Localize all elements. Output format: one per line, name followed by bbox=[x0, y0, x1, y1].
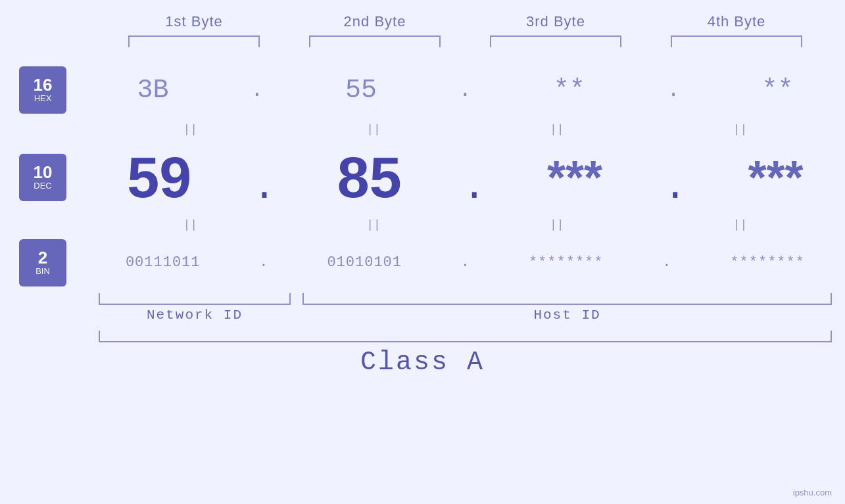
sep1-b1: || bbox=[170, 123, 210, 136]
bin-b1: 00111011 bbox=[126, 254, 201, 271]
bin-dot3: . bbox=[657, 254, 676, 271]
dec-badge-container: 10 DEC bbox=[0, 154, 85, 201]
sep1-b3: || bbox=[537, 123, 577, 136]
grid-wrapper: 16 HEX 3B . 55 . ** . ** || || || | bbox=[0, 60, 845, 290]
bin-section: 2 BIN 00111011 . 01010101 . ******** . *… bbox=[0, 235, 845, 290]
sep1-b4: || bbox=[721, 123, 760, 136]
class-label: Class A bbox=[0, 348, 845, 377]
id-labels-row: Network ID Host ID bbox=[0, 308, 845, 323]
top-brackets bbox=[104, 35, 827, 47]
dec-dot2: . bbox=[458, 168, 490, 207]
bin-b2: 01010101 bbox=[327, 254, 402, 271]
main-container: 1st Byte 2nd Byte 3rd Byte 4th Byte 16 H… bbox=[0, 0, 845, 504]
dec-b4: *** bbox=[748, 150, 804, 204]
network-bracket bbox=[99, 293, 291, 305]
network-id-label: Network ID bbox=[99, 308, 291, 323]
sep2-row: || || || || bbox=[85, 215, 845, 235]
hex-badge-container: 16 HEX bbox=[0, 66, 85, 114]
hex-b3: ** bbox=[554, 76, 585, 105]
byte-headers: 1st Byte 2nd Byte 3rd Byte 4th Byte bbox=[104, 13, 827, 30]
dec-dot3: . bbox=[660, 168, 691, 207]
byte2-header: 2nd Byte bbox=[302, 13, 447, 30]
hex-values-row: 3B . 55 . ** . ** bbox=[85, 60, 845, 120]
watermark: ipshu.com bbox=[793, 488, 832, 497]
byte1-header: 1st Byte bbox=[122, 13, 266, 30]
dec-badge: 10 DEC bbox=[19, 154, 66, 201]
full-bracket bbox=[99, 331, 832, 342]
hex-dot3: . bbox=[662, 78, 685, 103]
bin-dot2: . bbox=[456, 254, 475, 271]
bin-values-row: 00111011 . 01010101 . ******** . *******… bbox=[85, 235, 845, 290]
host-id-label: Host ID bbox=[302, 308, 832, 323]
dec-b1: 59 bbox=[127, 144, 191, 211]
host-bracket bbox=[302, 293, 832, 305]
dec-dot1: . bbox=[249, 168, 280, 207]
sep1-row: || || || || bbox=[85, 120, 845, 139]
sep2-b3: || bbox=[537, 218, 577, 231]
full-bracket-container bbox=[0, 331, 845, 342]
hex-badge: 16 HEX bbox=[19, 66, 66, 114]
bin-b3: ******** bbox=[529, 254, 604, 271]
bracket-byte4 bbox=[671, 35, 802, 47]
bracket-byte3 bbox=[490, 35, 621, 47]
hex-b1: 3B bbox=[137, 76, 168, 105]
bin-badge-container: 2 BIN bbox=[0, 239, 85, 286]
hex-dot1: . bbox=[245, 78, 268, 103]
sep2-b2: || bbox=[354, 218, 393, 231]
sep-hex-dec: || || || || bbox=[0, 120, 845, 139]
bin-badge: 2 BIN bbox=[19, 239, 66, 286]
hex-b4: ** bbox=[762, 76, 794, 105]
bin-b4: ******** bbox=[730, 254, 805, 271]
dec-b3: *** bbox=[547, 150, 602, 204]
byte3-header: 3rd Byte bbox=[483, 13, 628, 30]
sep2-b1: || bbox=[170, 218, 210, 231]
bracket-byte2 bbox=[309, 35, 441, 47]
bin-dot1: . bbox=[254, 254, 273, 271]
sep1-b2: || bbox=[354, 123, 393, 136]
bracket-byte1 bbox=[128, 35, 260, 47]
byte4-header: 4th Byte bbox=[664, 13, 809, 30]
sep-dec-bin: || || || || bbox=[0, 215, 845, 235]
hex-b2: 55 bbox=[345, 76, 377, 105]
hex-dot2: . bbox=[454, 78, 477, 103]
bottom-bracket-row bbox=[0, 293, 845, 305]
dec-values-row: 59 . 85 . *** . *** bbox=[85, 139, 845, 215]
sep2-b4: || bbox=[721, 218, 760, 231]
dec-section: 10 DEC 59 . 85 . *** . *** bbox=[0, 139, 845, 215]
hex-section: 16 HEX 3B . 55 . ** . ** bbox=[0, 60, 845, 120]
dec-b2: 85 bbox=[337, 144, 402, 211]
